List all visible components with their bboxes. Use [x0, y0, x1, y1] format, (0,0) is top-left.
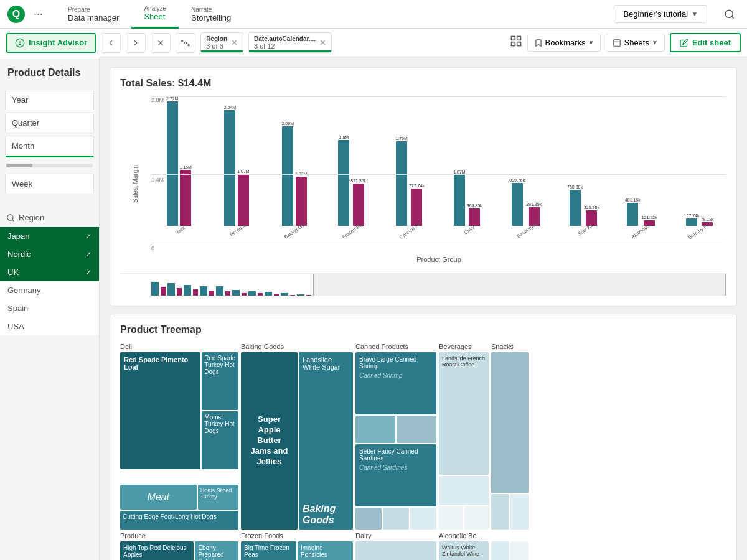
region-item-uk[interactable]: UK ✓	[0, 263, 99, 281]
svg-point-16	[7, 214, 13, 220]
canned-small3[interactable]	[410, 508, 436, 530]
canned-row2	[355, 416, 436, 443]
svg-rect-14	[614, 39, 621, 46]
deli-cell-meat[interactable]: Meat	[120, 485, 197, 510]
baking-cells: Super Apple ButterJams andJellies Landsl…	[241, 352, 353, 530]
region-item-spain[interactable]: Spain	[0, 299, 99, 317]
canned-cell-sardines[interactable]: Better Fancy Canned Sardines Canned Sard…	[355, 444, 436, 506]
sheets-button[interactable]: Sheets ▼	[606, 34, 664, 52]
canned-shrimp-label: Canned Shrimp	[359, 372, 433, 379]
beverages-cell-french-roast[interactable]: Landslide French Roast Coffee	[439, 352, 489, 475]
sales-chart-panel: Total Sales: $14.4M Sales, Margin 2.8M 1…	[110, 67, 737, 306]
brush-selection[interactable]	[313, 273, 726, 296]
beverages-small3[interactable]	[464, 506, 489, 530]
search-button[interactable]	[720, 4, 740, 24]
deli-cell-cutting-edge[interactable]: Cutting Edge Foot-Long Hot Dogs	[120, 511, 238, 530]
y-axis-label: Sales, Margin	[133, 164, 139, 202]
nav-prepare[interactable]: Prepare Data manager	[55, 0, 131, 29]
frozen-cell-big-time-peas[interactable]: Big Time Frozen Peas Vegetables	[241, 541, 296, 560]
edit-sheet-button[interactable]: Edit sheet	[670, 33, 741, 52]
beverages-cells: Landslide French Roast Coffee	[439, 352, 489, 530]
svg-line-1	[731, 16, 733, 18]
mini-bar-pink	[306, 295, 311, 296]
insight-advisor-button[interactable]: Insight Advisor	[6, 33, 96, 53]
deli-cell-homs-turkey[interactable]: Homs Sliced Turkey	[198, 485, 238, 510]
clear-selections-button[interactable]	[151, 33, 171, 53]
region-filter-close-icon[interactable]: ✕	[231, 38, 238, 47]
month-filter[interactable]: Month	[5, 136, 94, 157]
canned-small2[interactable]	[383, 508, 409, 530]
week-filter[interactable]: Week	[5, 174, 94, 194]
region-item-japan[interactable]: Japan ✓	[0, 227, 99, 245]
svg-point-0	[725, 10, 733, 17]
canned-cell-veg2[interactable]	[397, 416, 436, 443]
tutorial-button[interactable]: Beginner's tutorial ▼	[614, 5, 707, 23]
svg-point-8	[182, 40, 183, 41]
beverages-small2[interactable]	[439, 506, 463, 530]
more-menu-icon[interactable]: ···	[34, 7, 43, 21]
y-axis-container: Sales, Margin	[120, 96, 151, 271]
deli-cell-red-spade[interactable]: Red Spade Pimento Loaf	[120, 352, 200, 469]
region-item-usa[interactable]: USA	[0, 317, 99, 335]
region-search[interactable]: Region	[0, 208, 99, 227]
baking-cell-label1: Landslide White Sugar	[303, 356, 349, 371]
section-label-alcoholic: Alcoholic Be...	[439, 532, 489, 539]
sheets-caret-icon: ▼	[652, 39, 658, 46]
region-filter-tag[interactable]: Region 3 of 6 ✕	[200, 32, 243, 53]
mini-bar	[200, 286, 207, 296]
alcoholic-cell-walrus[interactable]: Walrus White Zinfandel Wine	[439, 541, 489, 560]
date-filter-close-icon[interactable]: ✕	[319, 38, 326, 47]
year-filter[interactable]: Year	[5, 90, 94, 110]
mini-bar	[248, 291, 256, 296]
bookmarks-button[interactable]: Bookmarks ▼	[527, 34, 601, 52]
beverages-row2	[439, 506, 489, 530]
nav-analyze[interactable]: Analyze Sheet	[131, 0, 179, 29]
dairy-cell-main[interactable]: Dairy	[355, 541, 436, 560]
qlik-logo[interactable]: Q	[7, 6, 29, 23]
grid-view-icon[interactable]	[510, 35, 522, 50]
baking-cell-landslide-white[interactable]: Landslide White Sugar Baking Goods	[299, 352, 353, 530]
deli-row1: Red Spade Pimento Loaf Red Spade Turkey …	[120, 352, 238, 469]
x-axis-title: Product Group	[151, 256, 726, 263]
date-filter-tag[interactable]: Date.autoCalendar.... 3 of 12 ✕	[248, 32, 332, 53]
baking-cell-super-apple[interactable]: Super Apple ButterJams andJellies	[241, 352, 298, 530]
produce-cells: High Top Red Delcious Apples Fruit Ebony…	[120, 541, 238, 560]
canned-cell-veg1[interactable]	[355, 416, 395, 443]
svg-point-7	[184, 42, 187, 44]
beverages-cell-small1[interactable]	[439, 476, 489, 505]
mini-bar-pink	[258, 293, 263, 296]
deli-cell-turkey-hotdogs[interactable]: Red Spade Turkey Hot Dogs	[202, 352, 238, 410]
dropdown-caret-icon: ▼	[692, 11, 698, 17]
region-item-germany[interactable]: Germany	[0, 281, 99, 299]
snacks-cells	[491, 352, 529, 530]
selection-back-button[interactable]	[101, 33, 121, 53]
svg-rect-10	[511, 37, 515, 40]
treemap-section-deli: Deli Red Spade Pimento Loaf Red Spade Tu…	[120, 343, 238, 530]
frozen-cell-ponsicles[interactable]: Imagine Ponsicles Desserts	[298, 541, 353, 560]
snacks-small1[interactable]	[491, 494, 509, 530]
produce-cell-high-top[interactable]: High Top Red Delcious Apples Fruit	[120, 541, 194, 560]
canned-cell-bravo[interactable]: Bravo Large Canned Shrimp Canned Shrimp	[355, 352, 436, 414]
snacks-extra-row	[491, 541, 529, 560]
snacks-extra1[interactable]	[491, 541, 509, 560]
mini-bar-pink	[225, 291, 230, 296]
canned-small1[interactable]	[355, 508, 382, 530]
selections-bar-button[interactable]	[176, 33, 195, 53]
toolbar-right: Bookmarks ▼ Sheets ▼ Edit sheet	[510, 33, 741, 52]
section-label-baking: Baking Goods	[241, 343, 353, 350]
mini-overview-chart	[120, 273, 726, 296]
svg-rect-12	[511, 42, 515, 46]
checkmark-icon: ✓	[85, 268, 92, 277]
region-item-nordic[interactable]: Nordic ✓	[0, 245, 99, 263]
alcoholic-cells: Walrus White Zinfandel Wine	[439, 541, 489, 560]
chart-title: Total Sales: $14.4M	[120, 78, 726, 89]
snacks-extra2[interactable]	[510, 541, 529, 560]
produce-cell-ebony[interactable]: Ebony Prepared Salad Vegetables	[195, 541, 238, 560]
deli-cell-moms[interactable]: Moms Turkey Hot Dogs	[202, 411, 238, 469]
snacks-cell-large[interactable]	[491, 352, 529, 493]
selection-forward-button[interactable]	[126, 33, 146, 53]
nav-narrate[interactable]: Narrate Storytelling	[179, 0, 243, 29]
gridline-label-mid: 1.4M	[151, 177, 164, 183]
snacks-small2[interactable]	[510, 494, 529, 530]
quarter-filter[interactable]: Quarter	[5, 113, 94, 133]
